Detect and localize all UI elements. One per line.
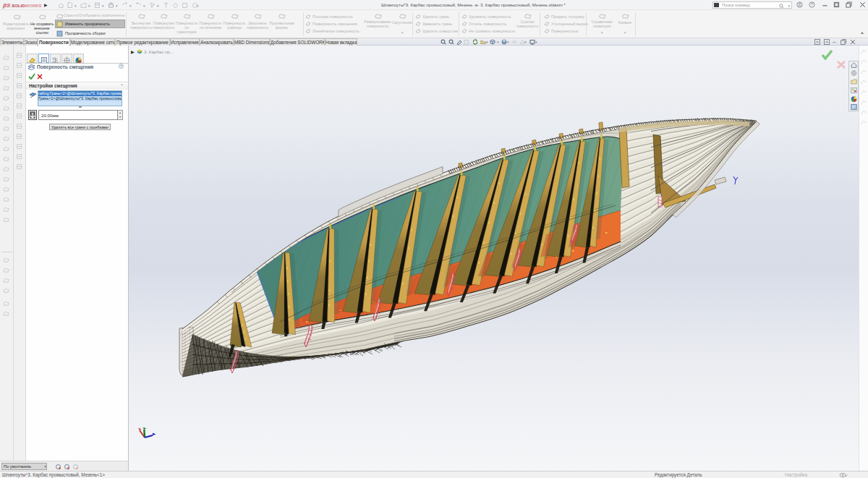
svg-text:?: ? [811, 2, 814, 7]
